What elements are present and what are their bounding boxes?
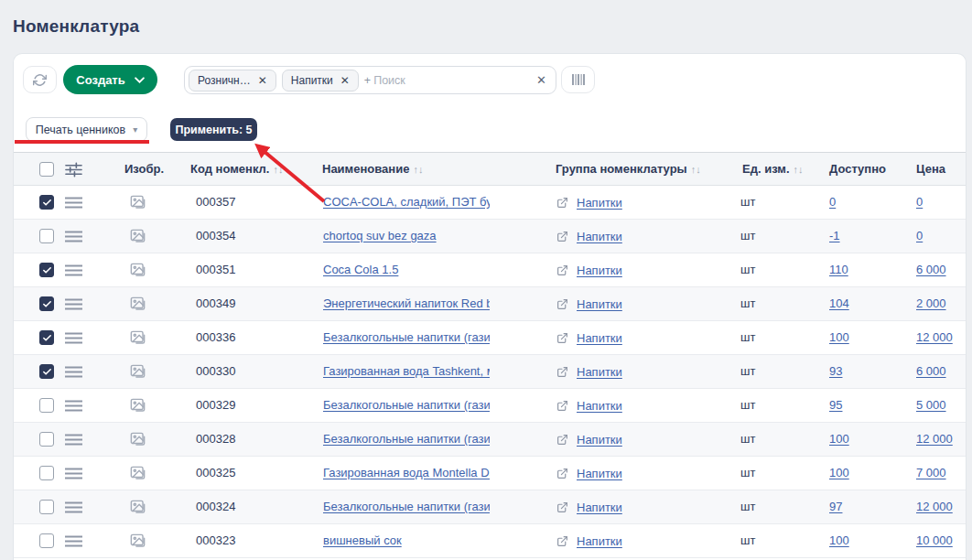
row-checkbox[interactable]: [39, 432, 54, 447]
item-name-link[interactable]: Безалкогольные напитки (газиро: [323, 500, 490, 513]
item-group-link[interactable]: Напитки: [577, 390, 622, 423]
item-group-link[interactable]: Напитки: [577, 187, 622, 220]
row-checkbox[interactable]: [39, 229, 54, 243]
print-price-tags-button[interactable]: Печать ценников ▾: [26, 117, 147, 142]
item-group-link[interactable]: Напитки: [577, 491, 622, 524]
item-available-link[interactable]: 93: [829, 364, 842, 378]
item-group-link[interactable]: Напитки: [577, 424, 622, 457]
external-link-icon[interactable]: [556, 501, 568, 513]
item-code: 000330: [196, 355, 235, 388]
row-checkbox[interactable]: [39, 263, 54, 277]
drag-handle-icon[interactable]: [65, 298, 82, 310]
external-link-icon[interactable]: [556, 400, 568, 412]
drag-handle-icon[interactable]: [65, 264, 82, 276]
row-checkbox[interactable]: [39, 330, 54, 345]
item-name-link[interactable]: Безалкогольные напитки (газиро: [323, 432, 490, 446]
item-name-link[interactable]: chortoq suv bez gaza: [323, 229, 437, 242]
item-price-link[interactable]: 6 000: [916, 263, 946, 276]
item-name-link[interactable]: COCA-COLA, сладкий, ПЭТ бутыл: [323, 195, 490, 209]
item-available-link[interactable]: 100: [829, 533, 849, 547]
item-price-link[interactable]: 10 000: [916, 533, 953, 547]
item-price-link[interactable]: 12 000: [916, 330, 953, 344]
clear-search-icon[interactable]: ✕: [536, 73, 546, 87]
column-header-group[interactable]: Группа номенклатуры↑↓: [556, 153, 701, 186]
external-link-icon[interactable]: [556, 535, 568, 547]
row-checkbox[interactable]: [39, 398, 54, 413]
item-available-link[interactable]: 100: [829, 330, 849, 344]
column-header-unit[interactable]: Ед. изм.↑↓: [742, 153, 804, 186]
item-available-link[interactable]: 110: [829, 263, 848, 276]
item-price-link[interactable]: 0: [916, 195, 923, 209]
column-header-code[interactable]: Код номенкл.↑↓: [190, 153, 283, 186]
drag-handle-icon[interactable]: [65, 535, 82, 547]
item-group-link[interactable]: Напитки: [577, 525, 622, 558]
drag-handle-icon[interactable]: [65, 231, 82, 242]
column-header-name[interactable]: Наименование↑↓: [322, 153, 423, 186]
item-price-link[interactable]: 2 000: [916, 296, 946, 310]
table-row: 000330 Газированная вода Tashkent, ми На…: [14, 355, 966, 389]
item-name-link[interactable]: Газированная вода Tashkent, ми: [323, 364, 490, 378]
item-name-link[interactable]: Энергетический напиток Red bu: [323, 296, 490, 310]
item-available-link[interactable]: 104: [829, 296, 849, 310]
row-checkbox[interactable]: [39, 533, 54, 548]
external-link-icon[interactable]: [556, 264, 568, 276]
drag-handle-icon[interactable]: [65, 197, 82, 209]
item-available-link[interactable]: -1: [829, 229, 840, 242]
drag-handle-icon[interactable]: [65, 501, 82, 513]
item-available-link[interactable]: 100: [829, 466, 849, 479]
external-link-icon[interactable]: [556, 434, 568, 446]
row-checkbox[interactable]: [39, 466, 54, 480]
item-price-link[interactable]: 6 000: [916, 364, 946, 378]
item-price-link[interactable]: 12 000: [916, 500, 953, 513]
external-link-icon[interactable]: [556, 231, 568, 242]
image-placeholder-icon: [129, 262, 146, 279]
item-price-link[interactable]: 5 000: [916, 398, 946, 412]
item-price-link[interactable]: 12 000: [916, 432, 953, 446]
chip-remove-icon[interactable]: ✕: [340, 75, 350, 86]
filter-settings-icon[interactable]: [65, 162, 82, 178]
item-group-link[interactable]: Напитки: [577, 322, 622, 355]
external-link-icon[interactable]: [556, 468, 568, 479]
select-all-checkbox[interactable]: [39, 162, 54, 177]
item-name-link[interactable]: Газированная вода Montella Dail: [323, 466, 490, 479]
row-checkbox[interactable]: [39, 364, 54, 379]
item-price-link[interactable]: 0: [916, 229, 923, 242]
external-link-icon[interactable]: [556, 332, 568, 344]
item-unit: шт: [740, 253, 755, 286]
drag-handle-icon[interactable]: [65, 366, 82, 378]
row-checkbox[interactable]: [39, 500, 54, 514]
check-icon: [42, 299, 52, 309]
item-available-link[interactable]: 95: [829, 398, 842, 412]
drag-handle-icon[interactable]: [65, 434, 82, 446]
barcode-button[interactable]: [561, 66, 595, 93]
item-available-link[interactable]: 97: [829, 500, 842, 513]
item-group-link[interactable]: Напитки: [577, 221, 622, 253]
apply-button[interactable]: Применить: 5: [170, 118, 257, 141]
item-group-link[interactable]: Напитки: [577, 254, 622, 287]
external-link-icon[interactable]: [556, 197, 568, 209]
create-button[interactable]: Создать: [63, 65, 157, 94]
item-name-link[interactable]: Безалкогольные напитки (газиро: [323, 398, 490, 412]
item-name-link[interactable]: Coca Cola 1.5: [323, 263, 398, 276]
search-input[interactable]: Розничн… ✕ Напитки ✕ + Поиск ✕: [184, 66, 556, 94]
drag-handle-icon[interactable]: [65, 332, 82, 344]
item-name-link[interactable]: Безалкогольные напитки (газиро: [323, 330, 490, 344]
refresh-button[interactable]: [23, 66, 57, 93]
sort-icon: ↑↓: [691, 164, 701, 175]
row-checkbox[interactable]: [39, 296, 54, 311]
item-group-link[interactable]: Напитки: [577, 356, 622, 389]
item-name-link[interactable]: вишневый сок: [323, 533, 402, 547]
sort-icon: ↑↓: [273, 164, 283, 175]
drag-handle-icon[interactable]: [65, 468, 82, 479]
item-group-link[interactable]: Напитки: [577, 288, 622, 321]
row-checkbox[interactable]: [39, 195, 54, 210]
item-price-link[interactable]: 7 000: [916, 466, 946, 479]
external-link-icon[interactable]: [556, 298, 568, 310]
external-link-icon[interactable]: [556, 366, 568, 378]
drag-handle-icon[interactable]: [65, 400, 82, 412]
item-available-link[interactable]: 100: [829, 432, 849, 446]
item-available-link[interactable]: 0: [829, 195, 836, 209]
chip-remove-icon[interactable]: ✕: [258, 75, 267, 86]
item-available: -1: [829, 220, 840, 253]
item-group-link[interactable]: Напитки: [577, 458, 622, 490]
